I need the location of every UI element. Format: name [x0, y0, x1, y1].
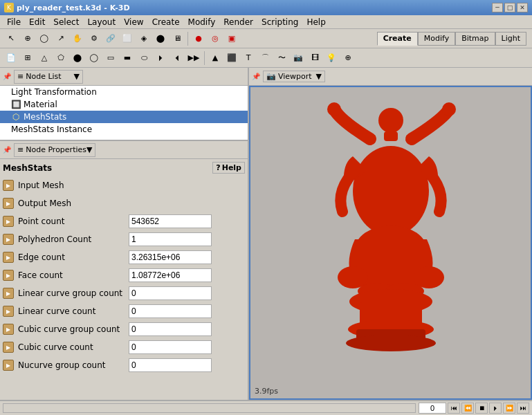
prop-value-linear-curve-group-count[interactable] — [129, 286, 212, 300]
tool-red-square[interactable]: ▣ — [224, 31, 239, 46]
meshstats-icon: ⬡ — [11, 112, 21, 122]
create-rectfill[interactable]: ▬ — [120, 50, 135, 66]
node-item-meshstats[interactable]: ⬡ MeshStats — [0, 111, 248, 123]
prop-value-linear-curve-count[interactable] — [129, 304, 212, 318]
prop-label-linear-curve-group-count: Linear curve group count — [18, 288, 129, 298]
prop-icon-input-mesh: ▶ — [3, 180, 14, 191]
horizontal-scrollbar[interactable] — [3, 403, 416, 413]
prop-icon-edge-count: ▶ — [3, 252, 14, 263]
node-item-meshstats-instance[interactable]: MeshStats Instance — [0, 123, 248, 136]
node-list-area[interactable]: Light Transformation 🔲 Material ⬡ MeshSt… — [0, 86, 248, 141]
tool-circle[interactable]: ◯ — [37, 31, 52, 46]
create-pentagon[interactable]: ⬠ — [53, 50, 68, 66]
prop-value-cubic-curve-group-count[interactable] — [129, 322, 212, 336]
window-controls[interactable]: ─ □ ✕ — [492, 3, 528, 12]
prop-value-polyhedron-count[interactable] — [129, 232, 212, 246]
create-wave[interactable]: 〜 — [274, 50, 289, 66]
node-props-selector[interactable]: ≡ Node Properties ▼ — [14, 143, 95, 157]
prop-value-face-count[interactable] — [129, 268, 212, 282]
help-icon: ? — [216, 163, 220, 172]
create-play-fw2[interactable]: ▶▶ — [186, 50, 201, 66]
tool-3d[interactable]: ◈ — [136, 31, 152, 46]
tool-hand[interactable]: ✋ — [70, 31, 85, 46]
prop-value-nucurve-group-count[interactable] — [129, 358, 212, 372]
create-camera[interactable]: 📷 — [291, 50, 306, 66]
prop-value-edge-count[interactable] — [129, 250, 212, 264]
tab-create[interactable]: Create — [377, 32, 418, 46]
playback-play-button[interactable]: ⏵ — [489, 403, 502, 414]
playback-stop-button[interactable]: ⏹ — [475, 403, 488, 414]
prop-value-point-count[interactable] — [129, 214, 212, 228]
playback-start-button[interactable]: ⏮ — [448, 403, 460, 414]
create-grid[interactable]: ⊞ — [20, 50, 35, 66]
playback-end-button[interactable]: ⏭ — [517, 403, 529, 414]
prop-cubic-curve-group-count: ▶ Cubic curve group count — [3, 322, 245, 337]
create-play-bk[interactable]: ⏴ — [169, 50, 185, 66]
menu-item-scripting[interactable]: Scripting — [257, 17, 302, 28]
tab-light[interactable]: Light — [495, 32, 526, 46]
svg-point-2 — [442, 102, 456, 116]
tool-gear[interactable]: ⚙ — [86, 31, 102, 46]
node-list-selector[interactable]: ≡ Node List ▼ — [14, 70, 83, 84]
create-rect[interactable]: ▭ — [103, 50, 118, 66]
menu-item-render[interactable]: Render — [219, 17, 257, 28]
create-extra[interactable]: ⊕ — [340, 50, 356, 66]
status-bar: ⏮ ⏪ ⏹ ⏵ ⏩ ⏭ — [0, 400, 532, 415]
menu-item-view[interactable]: View — [120, 17, 147, 28]
playback-next-button[interactable]: ⏩ — [503, 403, 515, 414]
create-play-fw[interactable]: ⏵ — [153, 50, 168, 66]
frame-input[interactable] — [419, 403, 446, 414]
prop-edge-count: ▶ Edge count — [3, 250, 245, 265]
prop-point-count: ▶ Point count — [3, 214, 245, 229]
create-triangle[interactable]: △ — [37, 50, 52, 66]
create-doc[interactable]: 📄 — [3, 50, 19, 66]
prop-value-cubic-curve-count[interactable] — [129, 340, 212, 354]
node-item-material[interactable]: 🔲 Material — [0, 98, 248, 111]
menu-item-file[interactable]: File — [3, 17, 25, 28]
menu-item-modify[interactable]: Modify — [184, 17, 220, 28]
create-film[interactable]: 🎞 — [307, 50, 322, 66]
minimize-button[interactable]: ─ — [492, 3, 503, 12]
create-arc[interactable]: ⌒ — [257, 50, 273, 66]
tool-cursor2[interactable]: ↗ — [53, 31, 68, 46]
menu-bar: FileEditSelectLayoutViewCreateModifyRend… — [0, 15, 532, 29]
menu-item-help[interactable]: Help — [302, 17, 329, 28]
create-text[interactable]: T — [241, 50, 256, 66]
playback-controls[interactable]: ⏮ ⏪ ⏹ ⏵ ⏩ ⏭ — [419, 403, 529, 414]
tool-monitor[interactable]: 🖥 — [169, 31, 185, 46]
help-button[interactable]: ? Help — [212, 162, 245, 174]
toolbar-tools: ↖ ⊕ ◯ ↗ ✋ ⚙ 🔗 ⬜ ◈ ⬤ 🖥 ● ◎ ▣ Create Modif… — [0, 29, 532, 48]
viewport-selector[interactable]: 📷 Viewport ▼ — [263, 71, 325, 82]
menu-item-select[interactable]: Select — [49, 17, 83, 28]
tool-red-circle[interactable]: ● — [191, 31, 206, 46]
close-button[interactable]: ✕ — [517, 3, 528, 12]
svg-point-4 — [353, 146, 429, 236]
tab-modify[interactable]: Modify — [418, 32, 455, 46]
maximize-button[interactable]: □ — [504, 3, 515, 12]
props-body: MeshStats ? Help ▶ Input Mesh ▶ Output M… — [0, 159, 248, 400]
prop-icon-output-mesh: ▶ — [3, 198, 14, 209]
create-hrule[interactable]: ⬛ — [224, 50, 239, 66]
mode-tabs[interactable]: Create Modify Bitmap Light — [377, 32, 526, 46]
create-capsule[interactable]: ⬭ — [136, 50, 152, 66]
create-circle2[interactable]: ◯ — [86, 50, 102, 66]
tab-bitmap[interactable]: Bitmap — [455, 32, 495, 46]
prop-icon-polyhedron-count: ▶ — [3, 234, 14, 245]
tool-chain[interactable]: 🔗 — [103, 31, 118, 46]
menu-item-edit[interactable]: Edit — [25, 17, 49, 28]
tool-red-torus[interactable]: ◎ — [208, 31, 223, 46]
viewport-area[interactable]: 3.9fps — [249, 86, 532, 400]
create-fill-circle[interactable]: ⬤ — [70, 50, 85, 66]
menu-item-create[interactable]: Create — [148, 17, 184, 28]
create-light[interactable]: 💡 — [324, 50, 339, 66]
playback-prev-button[interactable]: ⏪ — [461, 403, 474, 414]
tool-cube[interactable]: ⬜ — [120, 31, 135, 46]
tool-sphere[interactable]: ⬤ — [153, 31, 168, 46]
create-tri2[interactable]: ▲ — [208, 50, 223, 66]
tool-select[interactable]: ↖ — [3, 31, 19, 46]
menu-item-layout[interactable]: Layout — [83, 17, 120, 28]
prop-icon-nucurve-group-count: ▶ — [3, 360, 14, 371]
tool-move[interactable]: ⊕ — [20, 31, 35, 46]
node-list-label: Node List — [26, 72, 61, 81]
node-item-light-transform[interactable]: Light Transformation — [0, 86, 248, 98]
